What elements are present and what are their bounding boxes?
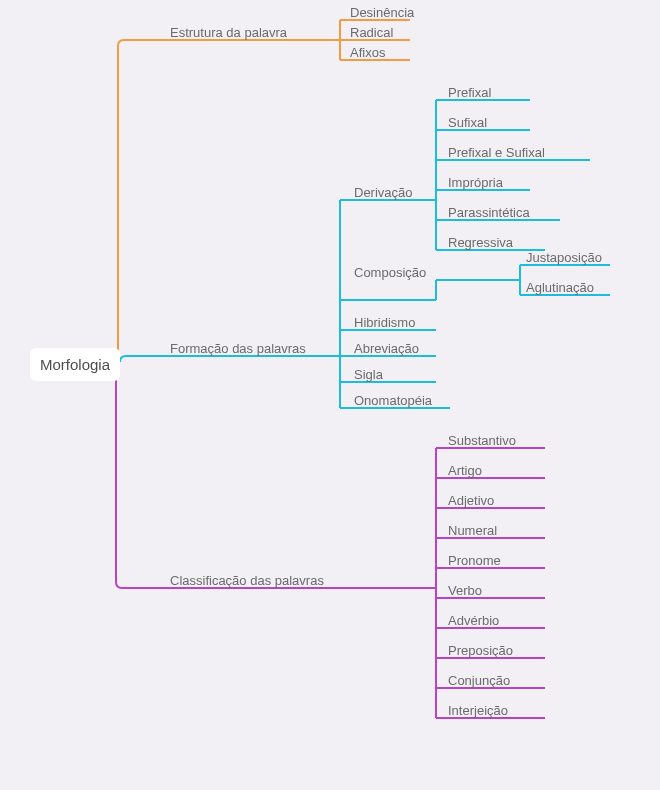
leaf-pronome: Pronome bbox=[448, 553, 501, 568]
leaf-regressiva: Regressiva bbox=[448, 235, 513, 250]
leaf-preposicao: Preposição bbox=[448, 643, 513, 658]
leaf-abreviacao: Abreviação bbox=[354, 341, 419, 356]
leaf-adverbio: Advérbio bbox=[448, 613, 499, 628]
leaf-onomatopeia: Onomatopéia bbox=[354, 393, 432, 408]
leaf-desinencia: Desinência bbox=[350, 5, 414, 20]
branch-composicao: Composição bbox=[354, 265, 426, 280]
branch-derivacao: Derivação bbox=[354, 185, 413, 200]
branch-classificacao: Classificação das palavras bbox=[170, 573, 324, 588]
leaf-justaposicao: Justaposição bbox=[526, 250, 602, 265]
leaf-parassintetica: Parassintética bbox=[448, 205, 530, 220]
leaf-adjetivo: Adjetivo bbox=[448, 493, 494, 508]
leaf-prefixal: Prefixal bbox=[448, 85, 491, 100]
leaf-aglutinacao: Aglutinação bbox=[526, 280, 594, 295]
leaf-afixos: Afixos bbox=[350, 45, 385, 60]
branch-estrutura: Estrutura da palavra bbox=[170, 25, 287, 40]
leaf-sufixal: Sufixal bbox=[448, 115, 487, 130]
leaf-numeral: Numeral bbox=[448, 523, 497, 538]
leaf-conjuncao: Conjunção bbox=[448, 673, 510, 688]
leaf-sigla: Sigla bbox=[354, 367, 383, 382]
leaf-verbo: Verbo bbox=[448, 583, 482, 598]
leaf-radical: Radical bbox=[350, 25, 393, 40]
leaf-impropria: Imprópria bbox=[448, 175, 503, 190]
leaf-artigo: Artigo bbox=[448, 463, 482, 478]
leaf-prefixal-sufixal: Prefixal e Sufixal bbox=[448, 145, 545, 160]
leaf-substantivo: Substantivo bbox=[448, 433, 516, 448]
leaf-interjeicao: Interjeição bbox=[448, 703, 508, 718]
root-node: Morfologia bbox=[30, 348, 120, 381]
leaf-hibridismo: Hibridismo bbox=[354, 315, 415, 330]
branch-formacao: Formação das palavras bbox=[170, 341, 306, 356]
